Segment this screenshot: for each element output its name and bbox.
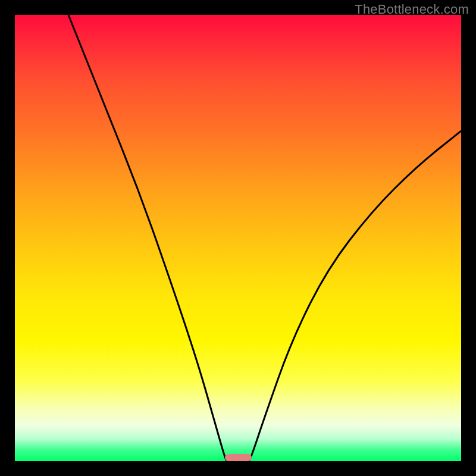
curve-right [249, 131, 461, 461]
plot-area [15, 15, 461, 461]
chart-container [15, 15, 461, 461]
bottleneck-marker [225, 454, 252, 461]
curve-svg [15, 15, 461, 461]
curve-left [68, 15, 227, 461]
